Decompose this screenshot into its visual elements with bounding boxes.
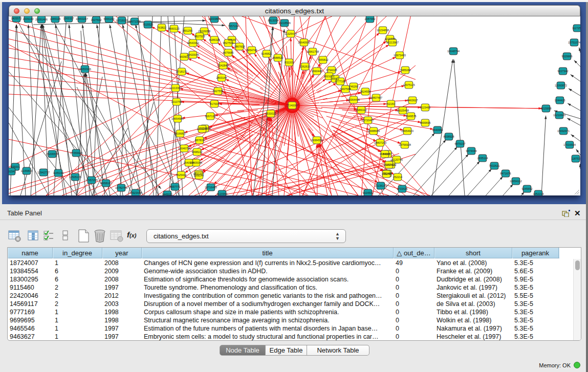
svg-text:9242845: 9242845 xyxy=(218,64,229,67)
svg-text:887833: 887833 xyxy=(195,139,204,142)
svg-text:11325419: 11325419 xyxy=(285,32,297,35)
svg-text:7955812: 7955812 xyxy=(318,58,329,61)
svg-text:15720407: 15720407 xyxy=(362,119,374,122)
svg-text:25206576: 25206576 xyxy=(46,152,58,156)
svg-text:2087682: 2087682 xyxy=(365,17,376,20)
svg-text:1615742: 1615742 xyxy=(384,163,395,166)
svg-text:1540934: 1540934 xyxy=(184,161,194,164)
svg-text:9474444: 9474444 xyxy=(466,149,477,152)
svg-text:12505135: 12505135 xyxy=(69,176,81,179)
svg-text:2803144: 2803144 xyxy=(216,76,227,79)
svg-text:9115460: 9115460 xyxy=(420,106,431,109)
svg-text:15751074: 15751074 xyxy=(568,41,580,44)
svg-text:17240007: 17240007 xyxy=(286,104,298,107)
svg-text:7632621: 7632621 xyxy=(489,164,500,167)
svg-text:19654985: 19654985 xyxy=(171,117,184,120)
svg-text:8675685: 8675685 xyxy=(223,51,234,54)
svg-text:12923448: 12923448 xyxy=(129,191,142,194)
svg-text:20091406: 20091406 xyxy=(35,18,48,21)
svg-text:9527501: 9527501 xyxy=(223,41,234,45)
svg-text:1231244: 1231244 xyxy=(197,127,208,130)
svg-text:118753: 118753 xyxy=(571,157,580,160)
svg-text:10973493: 10973493 xyxy=(394,54,406,57)
svg-text:18807249: 18807249 xyxy=(374,141,386,144)
svg-text:12093872: 12093872 xyxy=(555,84,567,87)
svg-text:10719155: 10719155 xyxy=(116,19,128,22)
svg-text:15692971: 15692971 xyxy=(557,129,570,133)
svg-text:20364436: 20364436 xyxy=(347,98,360,101)
svg-text:23226058: 23226058 xyxy=(198,30,210,33)
svg-text:1405572: 1405572 xyxy=(11,17,22,20)
svg-text:6794028: 6794028 xyxy=(326,69,337,72)
svg-text:8938928: 8938928 xyxy=(444,135,454,138)
svg-text:16033809: 16033809 xyxy=(208,17,221,20)
svg-text:832203: 832203 xyxy=(285,61,294,64)
svg-text:16782759: 16782759 xyxy=(115,186,127,189)
svg-text:1588520: 1588520 xyxy=(273,56,284,59)
svg-text:10958107: 10958107 xyxy=(100,182,112,185)
svg-text:7625402: 7625402 xyxy=(176,173,187,177)
svg-text:8660123: 8660123 xyxy=(169,27,180,30)
svg-text:835001: 835001 xyxy=(11,165,20,168)
svg-text:3684067: 3684067 xyxy=(380,152,390,156)
svg-text:1117254: 1117254 xyxy=(572,27,580,30)
svg-text:9227342: 9227342 xyxy=(558,70,569,73)
svg-text:15136141: 15136141 xyxy=(375,184,387,187)
svg-text:1949575: 1949575 xyxy=(406,115,417,118)
svg-text:10543362: 10543362 xyxy=(187,41,199,45)
svg-text:20053346: 20053346 xyxy=(79,68,91,71)
svg-text:1145194: 1145194 xyxy=(53,171,64,174)
svg-text:19218506: 19218506 xyxy=(278,21,291,25)
svg-text:9699695: 9699695 xyxy=(420,121,431,124)
svg-text:8813054: 8813054 xyxy=(268,19,279,22)
svg-text:16648794: 16648794 xyxy=(447,50,460,53)
svg-text:2530021: 2530021 xyxy=(266,112,276,115)
svg-text:1244415: 1244415 xyxy=(555,99,565,102)
svg-text:10807487: 10807487 xyxy=(370,96,382,99)
svg-text:1221339: 1221339 xyxy=(385,37,396,40)
svg-text:9498222: 9498222 xyxy=(192,150,203,154)
svg-text:19166827: 19166827 xyxy=(174,132,186,135)
svg-text:12213363: 12213363 xyxy=(169,86,182,90)
svg-text:1640954: 1640954 xyxy=(432,128,443,132)
svg-text:10671355: 10671355 xyxy=(128,20,141,23)
svg-text:10046758: 10046758 xyxy=(178,147,190,150)
svg-text:817004: 817004 xyxy=(210,102,219,105)
svg-text:1052214: 1052214 xyxy=(533,192,544,195)
svg-text:62160: 62160 xyxy=(387,102,395,105)
svg-text:169144: 169144 xyxy=(194,174,204,177)
svg-text:8427552: 8427552 xyxy=(213,90,224,93)
svg-text:1362615: 1362615 xyxy=(300,65,311,68)
svg-text:9777169: 9777169 xyxy=(335,80,346,83)
svg-text:1990448: 1990448 xyxy=(312,70,322,73)
svg-text:17957255: 17957255 xyxy=(85,179,98,182)
svg-text:7515525: 7515525 xyxy=(143,23,154,26)
svg-text:8454749: 8454749 xyxy=(247,49,257,52)
svg-text:8267130: 8267130 xyxy=(205,115,216,118)
svg-text:763822: 763822 xyxy=(157,26,166,29)
svg-text:1065326: 1065326 xyxy=(50,17,61,20)
svg-text:15640910: 15640910 xyxy=(298,41,310,44)
svg-text:135248: 135248 xyxy=(382,172,391,176)
svg-text:9827503: 9827503 xyxy=(194,35,205,38)
svg-text:2009140: 2009140 xyxy=(23,17,34,20)
svg-text:19384554: 19384554 xyxy=(311,139,323,142)
svg-text:1065327: 1065327 xyxy=(63,17,74,20)
svg-text:1010755: 1010755 xyxy=(171,100,182,103)
svg-text:10653267: 10653267 xyxy=(76,17,88,20)
svg-text:19756928: 19756928 xyxy=(399,143,411,146)
svg-text:12213967: 12213967 xyxy=(386,41,399,44)
svg-text:6497568: 6497568 xyxy=(340,87,351,91)
svg-text:16120746: 16120746 xyxy=(390,158,403,161)
svg-text:9024502: 9024502 xyxy=(363,191,374,194)
svg-text:391541: 391541 xyxy=(9,170,16,173)
svg-text:1733426: 1733426 xyxy=(397,187,408,190)
svg-text:10654112: 10654112 xyxy=(510,180,522,183)
svg-text:10688609: 10688609 xyxy=(367,129,380,133)
svg-text:7357224: 7357224 xyxy=(228,25,239,28)
svg-text:2867608: 2867608 xyxy=(234,45,245,48)
svg-text:16961758: 16961758 xyxy=(307,50,319,53)
svg-text:2935114: 2935114 xyxy=(477,157,488,160)
svg-text:16154838: 16154838 xyxy=(377,29,389,32)
svg-text:9245652: 9245652 xyxy=(522,187,533,190)
